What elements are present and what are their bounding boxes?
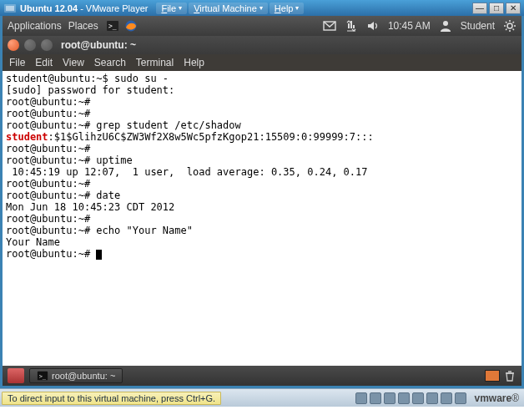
ubuntu-bottom-panel: >_ root@ubuntu: ~ [3,366,521,386]
terminal-line: root@ubuntu:~# grep student /etc/shadow [6,119,518,131]
terminal-line: Your Name [6,236,518,248]
maximize-button[interactable]: □ [489,3,504,14]
device-icon[interactable] [384,392,396,404]
guest-vm-display[interactable]: Applications Places >_ 10:45 AM [0,16,524,386]
vmware-title: Ubuntu 12.04 - VMware Player [20,3,148,13]
taskbar-item-terminal[interactable]: >_ root@ubuntu: ~ [29,368,123,383]
terminal-titlebar[interactable]: root@ubuntu: ~ [3,36,521,54]
terminal-minimize-button[interactable] [24,39,36,51]
svg-text:>_: >_ [39,373,47,380]
volume-indicator-icon[interactable] [366,19,380,33]
terminal-menu-terminal[interactable]: Terminal [136,57,174,68]
terminal-line: Mon Jun 18 10:45:23 CDT 2012 [6,201,518,213]
vmware-input-hint: To direct input to this virtual machine,… [2,392,221,405]
vmware-brand: vmware® [474,392,519,404]
cursor [96,250,102,260]
terminal-menu-help[interactable]: Help [184,57,204,68]
vmware-device-tray: vmware® [355,392,524,404]
device-icon[interactable] [355,392,367,404]
show-desktop-button[interactable] [8,368,24,383]
vmware-window-controls: — □ ✕ [472,3,521,14]
terminal-menu-view[interactable]: View [63,57,84,68]
vmware-statusbar: To direct input to this virtual machine,… [0,388,524,407]
terminal-window: root@ubuntu: ~ File Edit View Search Ter… [3,36,521,366]
svg-line-15 [513,22,515,23]
device-icon[interactable] [441,392,452,404]
terminal-line: root@ubuntu:~# [6,213,518,225]
terminal-body[interactable]: student@ubuntu:~$ sudo su -[sudo] passwo… [3,71,521,366]
vmware-titlebar: Ubuntu 12.04 - VMware Player File▾ Virtu… [0,0,524,16]
session-gear-icon[interactable] [503,19,516,33]
terminal-line: 10:45:19 up 12:07, 1 user, load average:… [6,166,518,178]
user-name[interactable]: Student [461,20,495,32]
vmware-menu-file[interactable]: File▾ [156,3,187,14]
terminal-line: root@ubuntu:~# [6,108,518,119]
svg-point-6 [443,21,448,26]
terminal-menubar: File Edit View Search Terminal Help [3,54,521,71]
terminal-line: root@ubuntu:~# [6,248,518,260]
user-indicator-icon[interactable] [439,19,452,33]
device-icon[interactable] [412,392,424,404]
terminal-line: root@ubuntu:~# [6,143,518,154]
terminal-line: root@ubuntu:~# [6,96,518,108]
taskbar-item-label: root@ubuntu: ~ [52,371,115,381]
vmware-menu-help[interactable]: Help▾ [270,3,305,14]
terminal-line: root@ubuntu:~# [6,178,518,190]
terminal-menu-file[interactable]: File [9,57,25,68]
terminal-line: [sudo] password for student: [6,84,518,96]
vmware-menubar: File▾ Virtual Machine▾ Help▾ [156,3,304,14]
terminal-menu-search[interactable]: Search [94,57,126,68]
mail-indicator-icon[interactable] [323,19,336,33]
workspace-switcher[interactable] [485,370,500,382]
device-icon[interactable] [426,392,438,404]
vmware-menu-virtual-machine[interactable]: Virtual Machine▾ [189,3,268,14]
device-icon[interactable] [455,392,466,404]
places-menu[interactable]: Places [68,20,98,32]
ubuntu-top-panel: Applications Places >_ 10:45 AM [3,16,521,36]
terminal-line: student@ubuntu:~$ sudo su - [6,73,518,84]
svg-rect-1 [6,6,14,11]
svg-line-12 [506,22,507,23]
terminal-line: student:$1$GlihzU6C$ZW3Wf2X8w5Wc5pfzKgop… [6,131,518,143]
device-icon[interactable] [398,392,410,404]
network-indicator-icon[interactable] [345,19,358,33]
clock[interactable]: 10:45 AM [388,20,431,32]
terminal-line: root@ubuntu:~# uptime [6,154,518,166]
close-button[interactable]: ✕ [506,3,521,14]
terminal-line: root@ubuntu:~# date [6,190,518,201]
device-icon[interactable] [370,392,381,404]
terminal-maximize-button[interactable] [41,39,53,51]
terminal-menu-edit[interactable]: Edit [35,57,53,68]
terminal-title: root@ubuntu: ~ [61,39,136,51]
firefox-launcher-icon[interactable] [123,18,139,33]
svg-line-14 [506,29,507,31]
vmware-app-icon [3,2,17,15]
minimize-button[interactable]: — [472,3,487,14]
applications-menu[interactable]: Applications [8,20,62,32]
svg-point-7 [507,23,512,28]
terminal-line: root@ubuntu:~# echo "Your Name" [6,225,518,236]
svg-line-13 [513,29,515,31]
terminal-close-button[interactable] [8,39,19,51]
trash-icon[interactable] [503,369,516,382]
terminal-launcher-icon[interactable]: >_ [105,18,120,33]
svg-text:>_: >_ [108,23,117,30]
